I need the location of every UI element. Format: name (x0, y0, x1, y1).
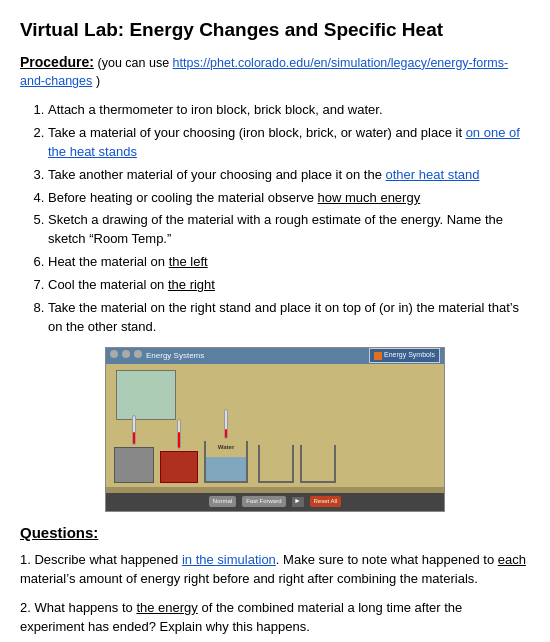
sim-bottom-bar: Normal Fast Forward ► Reset All (106, 493, 444, 511)
sim-brick-block (160, 451, 198, 483)
question-2: 2. What happens to the energy of the com… (20, 599, 530, 637)
sim-title-bar: Energy Systems Energy Symbols (106, 348, 444, 364)
sim-play-btn[interactable]: ► (292, 497, 304, 507)
procedure-section: Procedure: (you can use https://phet.col… (20, 52, 530, 92)
sim-iron-block (114, 447, 154, 483)
sim-beaker2 (300, 445, 336, 483)
sim-energy-symbols-btn[interactable]: Energy Symbols (369, 348, 440, 362)
sim-therm-red-iron (133, 432, 135, 443)
q1-number: 1. (20, 552, 34, 567)
sim-dot-1 (110, 350, 118, 358)
questions-label: Questions: (20, 522, 530, 544)
step-5: Sketch a drawing of the material with a … (48, 211, 530, 249)
step-8: Take the material on the right stand and… (48, 299, 530, 337)
sim-fast-btn[interactable]: Fast Forward (242, 496, 285, 507)
sim-beaker1-group (258, 445, 294, 483)
sim-beaker2-group (300, 445, 336, 483)
sim-energy-icon (374, 352, 382, 360)
sim-beaker1 (258, 445, 294, 483)
procedure-label: Procedure: (20, 54, 94, 70)
sim-therm-water (224, 409, 228, 439)
sim-therm-red-water (225, 429, 227, 437)
procedure-paren: (you can use (98, 56, 173, 70)
step-2: Take a material of your choosing (iron b… (48, 124, 530, 162)
phet-link[interactable]: https://phet.colorado.edu/en/simulation/… (20, 56, 508, 89)
q2-number: 2. (20, 600, 34, 615)
sim-iron-group (114, 415, 154, 483)
step-3: Take another material of your choosing a… (48, 166, 530, 185)
sim-energy-btn-label: Energy Symbols (384, 350, 435, 360)
sim-water-group: Water (204, 409, 248, 483)
sim-items-row: Water (114, 409, 436, 483)
step-7: Cool the material on the right (48, 276, 530, 295)
page-title: Virtual Lab: Energy Changes and Specific… (20, 16, 530, 44)
sim-water-cup: Water (204, 441, 248, 483)
step-4: Before heating or cooling the material o… (48, 189, 530, 208)
sim-therm-red-brick (178, 432, 180, 447)
sim-body: Water Normal Fast Forward ► Reset All (106, 364, 444, 511)
step-6: Heat the material on the left (48, 253, 530, 272)
sim-title-left: Energy Systems (110, 350, 204, 362)
sim-dot-3 (134, 350, 142, 358)
sim-brick-group (160, 419, 198, 483)
steps-list: Attach a thermometer to iron block, bric… (48, 101, 530, 336)
sim-app-label: Energy Systems (146, 350, 204, 362)
questions-section: Questions: 1. Describe what happened in … (20, 522, 530, 642)
step-1: Attach a thermometer to iron block, bric… (48, 101, 530, 120)
sim-water-label: Water (218, 443, 234, 452)
procedure-paren-close: ) (96, 74, 100, 88)
sim-therm-brick (177, 419, 181, 449)
sim-reset-btn[interactable]: Reset All (310, 496, 342, 507)
question-1: 1. Describe what happened in the simulat… (20, 551, 530, 589)
sim-therm-iron (132, 415, 136, 445)
sim-dot-2 (122, 350, 130, 358)
sim-normal-btn[interactable]: Normal (209, 496, 236, 507)
simulation-image: Energy Systems Energy Symbols (105, 347, 445, 512)
sim-water-fill (206, 457, 246, 481)
